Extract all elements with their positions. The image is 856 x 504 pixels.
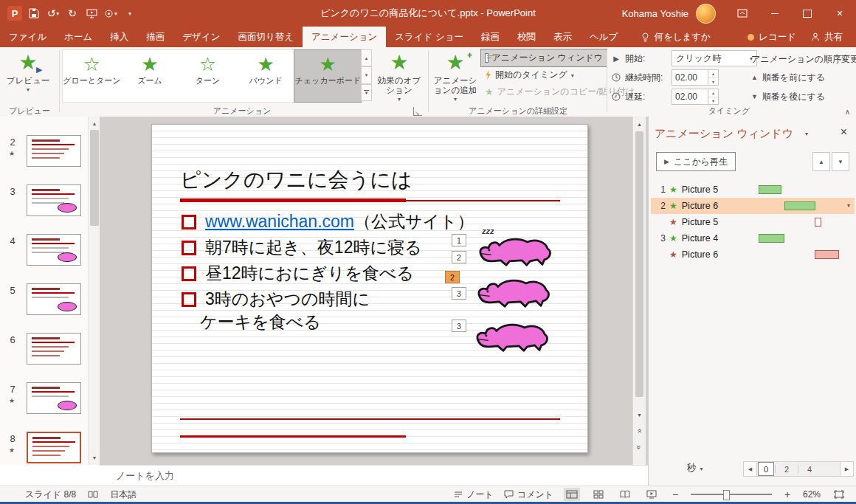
slide-thumbnail[interactable] — [27, 382, 81, 414]
redo-icon[interactable]: ↻ — [65, 4, 80, 22]
timeline-bar-entrance[interactable] — [784, 201, 815, 210]
avatar[interactable] — [696, 4, 716, 24]
animation-item-selected[interactable]: 2 ★ Picture 6 ▾ — [651, 198, 855, 214]
notes-toggle[interactable]: ノート — [454, 489, 494, 501]
chevron-down-icon[interactable]: ▾ — [805, 131, 808, 137]
language-indicator[interactable]: 日本語 — [110, 489, 137, 501]
slide-thumbnail[interactable] — [27, 283, 81, 315]
slide-thumbnail[interactable] — [27, 135, 81, 167]
move-earlier-button[interactable]: ▲ 順番を前にする — [751, 70, 825, 85]
delay-input[interactable]: 02.00 ▴▾ — [672, 89, 719, 105]
effect-options-button[interactable]: ★ 効果のオプション ▾ — [375, 49, 424, 105]
bullet-item[interactable]: www.wanichan.com（公式サイト） — [182, 210, 474, 233]
chevron-down-icon[interactable]: ▾ — [114, 10, 117, 17]
tab-home[interactable]: ホーム — [55, 27, 101, 47]
dialog-launcher-icon[interactable]: ↘ — [413, 107, 422, 116]
hyperlink[interactable]: www.wanichan.com — [205, 212, 354, 231]
signed-in-user[interactable]: Kohama Yoshie — [622, 8, 688, 19]
thumbnail-slide-5[interactable]: 5 — [0, 283, 87, 317]
slide-canvas[interactable]: ピンクのワニに会うには www.wanichan.com（公式サイト） 朝7時に… — [151, 124, 588, 453]
tell-me-box[interactable]: 何をしますか — [632, 27, 719, 47]
timeline-right-icon[interactable]: ▶ — [840, 462, 853, 476]
notes-placeholder[interactable]: ノートを入力 — [100, 469, 174, 483]
ribbon-display-options-icon[interactable] — [726, 0, 759, 27]
tab-draw[interactable]: 描画 — [137, 27, 173, 47]
crocodile-image[interactable] — [477, 232, 553, 268]
slide-thumbnail[interactable] — [27, 234, 81, 266]
zoom-out-button[interactable]: − — [670, 489, 680, 500]
seconds-dropdown[interactable]: 秒 ▾ — [687, 462, 703, 474]
thumbnail-slide-7[interactable]: 7 ★ — [0, 382, 87, 416]
bullet-item[interactable]: 昼12時におにぎりを食べる — [182, 262, 414, 285]
animation-star-icon[interactable]: ★ — [9, 397, 15, 404]
spin-down-icon[interactable]: ▾ — [708, 77, 718, 86]
maximize-button[interactable] — [791, 0, 824, 27]
animation-order-badge[interactable]: 3 — [452, 287, 466, 300]
thumbnail-slide-2[interactable]: 2 ★ — [0, 135, 87, 169]
play-from-button[interactable]: ▶ ここから再生 — [656, 152, 736, 171]
gallery-scroll-up-icon[interactable]: ▴ — [361, 49, 372, 66]
animation-star-icon[interactable]: ★ — [9, 150, 15, 157]
move-down-button[interactable]: ▼ — [832, 152, 849, 171]
tab-help[interactable]: ヘルプ — [581, 27, 627, 47]
slide-thumbnail[interactable] — [27, 333, 81, 365]
slide-title[interactable]: ピンクのワニに会うには — [180, 166, 413, 194]
gallery-scroll-down-icon[interactable]: ▾ — [361, 66, 372, 83]
slide-scrollbar[interactable]: ▲ ▼ » » — [632, 117, 646, 465]
crocodile-image[interactable] — [474, 318, 550, 353]
tab-slideshow[interactable]: スライド ショー — [386, 27, 472, 47]
preview-button[interactable]: ★▶ プレビュー ▾ — [4, 49, 52, 105]
comments-toggle[interactable]: コメント — [504, 489, 553, 501]
animation-effect-checkerboard[interactable]: ★ チェッカーボード — [294, 50, 361, 102]
add-animation-button[interactable]: ★ + アニメーションの追加 ▾ — [431, 49, 480, 105]
bullet-item[interactable]: 朝7時に起き、夜12時に寝る — [182, 236, 422, 259]
animation-order-badge[interactable]: 3 — [452, 320, 466, 332]
slideshow-view-button[interactable] — [643, 488, 660, 501]
fit-to-window-button[interactable] — [831, 488, 847, 501]
move-up-button[interactable]: ▲ — [812, 152, 830, 171]
timeline-bar-exit[interactable] — [815, 250, 839, 259]
tab-animations[interactable]: アニメーション — [303, 27, 386, 47]
animation-effect-spin[interactable]: ☆ ターン — [179, 50, 237, 102]
crocodile-image[interactable] — [475, 274, 552, 309]
bullet-item-continuation[interactable]: ケーキを食べる — [200, 311, 321, 334]
thumbnail-slide-3[interactable]: 3 — [0, 184, 87, 218]
thumbnail-slide-6[interactable]: 6 — [0, 333, 87, 367]
animation-star-icon[interactable]: ★ — [9, 446, 15, 454]
timeline-bar-entrance[interactable] — [759, 234, 784, 243]
slide-thumbnail[interactable] — [27, 184, 81, 216]
scrollbar-thumb[interactable] — [90, 130, 99, 226]
bullet-item[interactable]: 3時のおやつの時間に — [182, 288, 370, 311]
animation-effect-grow-and-turn[interactable]: ☆ グローとターン — [63, 50, 121, 102]
touch-mode-icon[interactable]: ▾ — [103, 4, 118, 22]
timeline-bar-exit[interactable] — [815, 218, 821, 227]
notes-pane[interactable]: ノートを入力 — [100, 465, 648, 486]
tab-file[interactable]: ファイル — [0, 27, 55, 47]
share-button[interactable]: 共有 — [811, 31, 843, 44]
animation-pane-button[interactable]: アニメーション ウィンドウ — [481, 49, 607, 66]
thumbnail-slide-4[interactable]: 4 — [0, 234, 87, 268]
zoom-in-button[interactable]: + — [782, 489, 793, 500]
spin-down-icon[interactable]: ▾ — [708, 97, 718, 105]
thumbnail-slide-8[interactable]: 8 ★ — [0, 432, 87, 466]
next-slide-icon[interactable]: » — [633, 441, 646, 453]
tab-insert[interactable]: 挿入 — [101, 27, 137, 47]
previous-slide-icon[interactable]: » — [633, 425, 646, 437]
animation-item[interactable]: 3 ★ Picture 4 — [651, 230, 855, 246]
animation-effect-zoom[interactable]: ★ ズーム — [121, 50, 179, 102]
animation-order-badge-active[interactable]: 2 — [445, 271, 460, 283]
scroll-down-icon[interactable]: ▼ — [89, 452, 100, 463]
close-icon[interactable]: × — [841, 125, 847, 139]
tab-recording[interactable]: 録画 — [472, 27, 508, 47]
scrollbar-thumb[interactable] — [635, 131, 643, 397]
animation-item[interactable]: 1 ★ Picture 5 — [651, 182, 855, 198]
record-button[interactable]: レコード — [748, 31, 796, 44]
powerpoint-app-icon[interactable]: P — [7, 6, 22, 21]
move-later-button[interactable]: ▼ 順番を後にする — [751, 89, 825, 104]
gallery-more-icon[interactable]: ▾ — [361, 84, 372, 101]
timeline-tick[interactable]: 0 — [758, 462, 774, 476]
spin-up-icon[interactable]: ▴ — [708, 89, 718, 97]
duration-input[interactable]: 02.00 ▴▾ — [672, 69, 719, 86]
scroll-up-icon[interactable]: ▲ — [633, 118, 646, 130]
start-slideshow-icon[interactable] — [84, 4, 99, 22]
